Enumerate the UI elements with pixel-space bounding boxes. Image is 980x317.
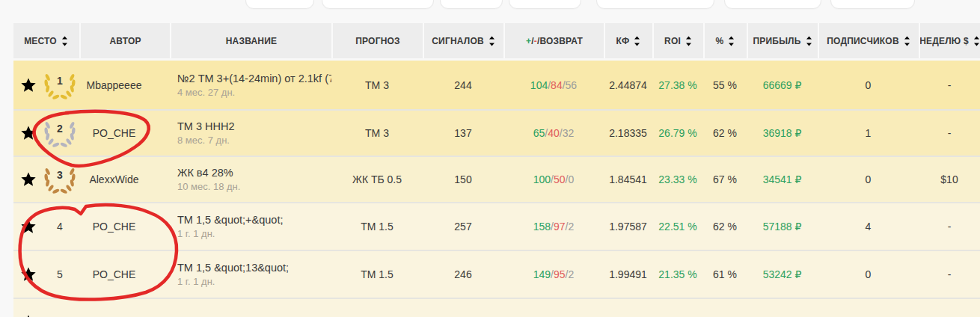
column-header-kf[interactable]: КФ xyxy=(604,23,652,58)
place-number: 3 xyxy=(43,169,77,181)
filter-pill[interactable] xyxy=(830,0,915,9)
kf-cell: 1.84541 xyxy=(604,157,652,202)
author-cell[interactable]: Mbappeeee xyxy=(79,61,170,109)
percent-cell xyxy=(703,299,747,317)
signal-age: 4 мес. 27 дн. xyxy=(177,87,235,98)
percent-cell: 62 % xyxy=(703,111,747,156)
roi-cell: 22.51 % xyxy=(652,203,703,250)
kf-cell: 1.99491 xyxy=(604,251,652,298)
filter-pill[interactable] xyxy=(509,0,581,9)
filter-pill[interactable] xyxy=(322,0,434,9)
sort-icon[interactable] xyxy=(973,34,980,48)
author-cell[interactable]: PO_CHE xyxy=(79,111,170,156)
week-cell: $10 xyxy=(919,157,980,202)
favorite-star-icon[interactable] xyxy=(19,265,37,283)
place-cell: 5 xyxy=(13,251,79,298)
laurel-wreath-gold-icon: 1 xyxy=(43,70,77,100)
column-header-percent[interactable]: % xyxy=(703,23,747,58)
table-row[interactable]: Бот ТМ +3 xyxy=(13,298,980,317)
author-cell[interactable]: PO_CHE xyxy=(79,203,170,250)
column-header-return[interactable]: +/-/ВОЗВРАТ xyxy=(503,23,604,58)
favorite-star-icon[interactable] xyxy=(19,218,37,236)
name-cell[interactable]: ТМ 1,5 &quot;+&quot; 1 г. 1 дн. xyxy=(170,203,331,250)
column-label: % xyxy=(716,36,724,46)
table-row[interactable]: 5 PO_CHE ТМ 1,5 &quot;13&quot; 1 г. 1 дн… xyxy=(13,250,980,298)
column-label: МЕСТО xyxy=(24,36,57,46)
filter-pill[interactable] xyxy=(724,0,821,9)
laurel-wreath-silver-icon: 2 xyxy=(43,118,77,148)
roi-cell: 21.35 % xyxy=(652,251,703,298)
author-cell[interactable]: AlexxWide xyxy=(79,157,170,202)
sort-icon[interactable] xyxy=(727,34,735,48)
roi-cell xyxy=(652,299,703,317)
profit-cell: 36918 ₽ xyxy=(747,111,818,156)
percent-cell: 55 % xyxy=(703,61,747,109)
week-cell xyxy=(919,299,980,317)
subscribers-cell: 0 xyxy=(818,251,919,298)
kf-cell: 2.44874 xyxy=(604,61,652,109)
author-cell[interactable]: PO_CHE xyxy=(79,251,170,298)
author-cell[interactable] xyxy=(79,299,170,317)
sort-icon[interactable] xyxy=(633,34,641,48)
place-cell: 3 xyxy=(13,157,79,202)
place-cell: 4 xyxy=(13,203,79,250)
kf-cell: 2.18335 xyxy=(604,111,652,156)
column-label: НАЗВАНИЕ xyxy=(226,36,277,46)
column-header-forecast[interactable]: ПРОГНОЗ xyxy=(331,23,423,58)
place-number: 1 xyxy=(43,75,77,87)
column-header-name[interactable]: НАЗВАНИЕ xyxy=(170,23,331,58)
sort-icon[interactable] xyxy=(903,34,911,48)
sort-icon[interactable] xyxy=(805,34,813,48)
favorite-star-icon[interactable] xyxy=(19,76,37,94)
favorite-star-icon[interactable] xyxy=(19,170,37,188)
forecast-cell xyxy=(331,299,423,317)
table-row[interactable]: 2 PO_CHE ТМ 3 ННН2 8 мес. 7 дн. ТМ 3 137… xyxy=(13,109,980,156)
favorite-star-icon[interactable] xyxy=(19,313,37,317)
favorite-star-icon[interactable] xyxy=(19,124,37,142)
name-cell[interactable]: ТМ 1,5 &quot;13&quot; 1 г. 1 дн. xyxy=(170,251,331,298)
table-row[interactable]: 4 PO_CHE ТМ 1,5 &quot;+&quot; 1 г. 1 дн.… xyxy=(13,202,980,250)
signal-age: 8 мес. 7 дн. xyxy=(177,135,230,146)
column-label: ROI xyxy=(664,36,681,46)
signals-cell: 244 xyxy=(423,61,503,109)
place-number: 2 xyxy=(43,123,77,135)
place-cell: 1 xyxy=(13,61,79,109)
signal-title: ЖК в4 28% xyxy=(177,167,233,179)
kf-cell: 1.97587 xyxy=(604,203,652,250)
week-cell: - xyxy=(919,203,980,250)
profit-cell xyxy=(747,299,818,317)
signals-cell: 257 xyxy=(423,203,503,250)
sort-icon[interactable] xyxy=(61,34,69,48)
column-header-place[interactable]: МЕСТО xyxy=(13,23,79,58)
column-header-author[interactable]: АВТОР xyxy=(79,23,170,58)
name-cell[interactable]: ТМ 3 ННН2 8 мес. 7 дн. xyxy=(170,111,331,156)
sort-icon[interactable] xyxy=(685,34,693,48)
column-header-subscribers[interactable]: ПОДПИСЧИКОВ xyxy=(818,23,919,58)
forecast-cell: ТМ 3 xyxy=(331,111,423,156)
signals-cell xyxy=(423,299,503,317)
filter-pill[interactable] xyxy=(596,0,714,9)
column-header-profit[interactable]: ПРИБЫЛЬ xyxy=(747,23,818,58)
name-cell[interactable]: №2 ТМ 3+(14-24min) от 2.1kf (7 ... 4 мес… xyxy=(170,61,331,109)
filter-pill[interactable] xyxy=(245,0,314,9)
name-cell[interactable]: Бот ТМ +3 xyxy=(170,299,331,317)
forecast-cell: ТМ 1.5 xyxy=(331,251,423,298)
return-cell: 104/84/56 xyxy=(503,61,604,109)
name-cell[interactable]: ЖК в4 28% 10 мес. 18 дн. xyxy=(170,157,331,202)
return-cell xyxy=(503,299,604,317)
column-header-week[interactable]: НЕДЕЛЮ $ xyxy=(919,23,980,58)
place-cell: 2 xyxy=(13,111,79,156)
sort-icon[interactable] xyxy=(488,34,496,48)
leaderboard-table: МЕСТО АВТОР НАЗВАНИЕ ПРОГНОЗ СИГНАЛОВ +/… xyxy=(13,23,980,317)
table-row[interactable]: 3 AlexxWide ЖК в4 28% 10 мес. 18 дн. ЖК … xyxy=(13,156,980,202)
percent-cell: 62 % xyxy=(703,203,747,250)
roi-cell: 26.79 % xyxy=(652,111,703,156)
signals-cell: 137 xyxy=(423,111,503,156)
column-header-signals[interactable]: СИГНАЛОВ xyxy=(423,23,503,58)
place-number: 4 xyxy=(43,221,77,233)
table-row[interactable]: 1 Mbappeeee №2 ТМ 3+(14-24min) от 2.1kf … xyxy=(13,61,980,109)
subscribers-cell: 0 xyxy=(818,157,919,202)
filter-pill[interactable] xyxy=(440,0,503,9)
column-header-roi[interactable]: ROI xyxy=(652,23,703,58)
table-header-row: МЕСТО АВТОР НАЗВАНИЕ ПРОГНОЗ СИГНАЛОВ +/… xyxy=(13,23,980,58)
